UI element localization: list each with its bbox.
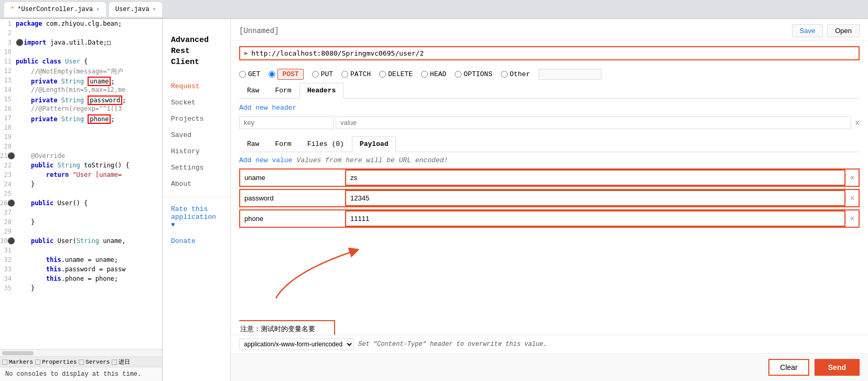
payload-val-password[interactable] xyxy=(345,190,845,206)
add-value-link[interactable]: Add new value xyxy=(239,156,292,164)
tab-label-user: User.java xyxy=(115,6,149,13)
nav-divider xyxy=(163,196,230,197)
editor-tab-user[interactable]: User.java × xyxy=(109,2,162,17)
code-line: 12 //@NotEmpty(message="用户 xyxy=(0,67,162,77)
code-line: 1package com.zhiyou.clg.bean; xyxy=(0,20,162,29)
code-line: 29 xyxy=(0,228,162,237)
clear-button[interactable]: Clear xyxy=(768,359,809,376)
nav-socket[interactable]: Socket xyxy=(163,94,230,111)
code-content[interactable]: 1package com.zhiyou.clg.bean; 2 3⚫import… xyxy=(0,19,162,349)
code-line: 22 public String toString() { xyxy=(0,162,162,171)
servers-tab[interactable]: Servers xyxy=(79,358,110,366)
app-title: Advanced Rest Client xyxy=(163,29,230,78)
tab-form-bottom[interactable]: Form xyxy=(267,136,299,152)
properties-tab[interactable]: Properties xyxy=(35,358,77,366)
annotation-text1: 注意：测试时的变量名要 xyxy=(240,324,329,335)
editor-bottom-tabs: Markers Properties Servers 进日 xyxy=(0,356,162,367)
tab-form[interactable]: Form xyxy=(267,83,299,98)
payload-key-password[interactable] xyxy=(240,191,345,205)
tab-raw[interactable]: Raw xyxy=(239,83,267,98)
code-line: 27 xyxy=(0,209,162,218)
method-head[interactable]: HEAD xyxy=(421,70,446,78)
method-get[interactable]: GET xyxy=(239,70,260,78)
headers-section: Add new header x xyxy=(239,99,860,136)
send-button[interactable]: Send xyxy=(815,359,860,376)
tab-files[interactable]: Files (0) xyxy=(299,136,352,152)
rest-header-buttons: Save Open xyxy=(792,24,860,37)
payload-row-uname: x xyxy=(239,168,860,187)
code-line: 3⚫import java.util.Date;□ xyxy=(0,39,162,48)
code-line: 18 xyxy=(0,124,162,133)
nav-about[interactable]: About xyxy=(163,176,230,192)
payload-remove-password-icon[interactable]: x xyxy=(845,194,859,202)
tab-close-user-icon[interactable]: × xyxy=(153,6,156,13)
payload-tab-bar: Raw Form Files (0) Payload xyxy=(239,136,860,152)
sidebar-navigation: Advanced Rest Client Request Socket Proj… xyxy=(163,19,231,381)
save-button[interactable]: Save xyxy=(792,24,823,37)
log-tab[interactable]: 进日 xyxy=(112,358,130,366)
annotation-box: 注意：测试时的变量名要 与实体类中定义的属性名一致 xyxy=(239,320,335,335)
markers-tab[interactable]: Markers xyxy=(2,358,33,366)
tab-close-icon[interactable]: × xyxy=(96,6,100,13)
nav-settings[interactable]: Settings xyxy=(163,160,230,176)
code-line: 30⚫ public User(String uname, xyxy=(0,237,162,247)
code-editor: 1package com.zhiyou.clg.bean; 2 3⚫import… xyxy=(0,19,163,381)
code-line: 11public class User { xyxy=(0,58,162,67)
rest-client-header: [Unnamed] Save Open xyxy=(231,19,868,41)
url-encoded-note: Values from here will be URL encoded! xyxy=(296,156,448,164)
method-options[interactable]: OPTIONS xyxy=(455,70,492,78)
other-method-input[interactable] xyxy=(539,69,602,80)
method-patch[interactable]: PATCH xyxy=(341,70,371,78)
method-delete[interactable]: DELETE xyxy=(379,70,413,78)
method-put[interactable]: PUT xyxy=(312,70,333,78)
payload-remove-uname-icon[interactable]: x xyxy=(845,174,859,182)
add-value-row: Add new value Values from here will be U… xyxy=(239,156,860,164)
nav-rate[interactable]: Rate this application ♥ xyxy=(163,201,230,233)
nav-saved[interactable]: Saved xyxy=(163,127,230,143)
code-line: 31 xyxy=(0,247,162,256)
tab-headers[interactable]: Headers xyxy=(299,83,344,99)
nav-projects[interactable]: Projects xyxy=(163,111,230,127)
payload-val-uname[interactable] xyxy=(345,170,845,186)
code-line: 21⚫ @Override xyxy=(0,152,162,162)
payload-key-phone[interactable] xyxy=(240,211,345,226)
code-line: 17 private String phone; xyxy=(0,114,162,124)
add-new-header-link[interactable]: Add new header xyxy=(239,104,296,112)
code-line: 14 //@Length(min=5,max=12,me xyxy=(0,86,162,96)
payload-remove-phone-icon[interactable]: x xyxy=(845,215,859,223)
method-post[interactable]: POST xyxy=(269,69,303,80)
header-key-input[interactable] xyxy=(239,116,334,129)
code-line: 13 private String uname; xyxy=(0,77,162,86)
code-line: 35 } xyxy=(0,284,162,294)
browser-tab-bar: * *UserController.java × User.java × xyxy=(0,0,868,19)
bottom-action-row: Clear Send xyxy=(231,353,868,381)
nav-donate[interactable]: Donate xyxy=(163,233,230,249)
code-line: 34 this.phone = phone; xyxy=(0,275,162,284)
url-bar[interactable]: ▶ xyxy=(239,46,860,60)
nav-history[interactable]: History xyxy=(163,143,230,160)
code-line: 10 xyxy=(0,48,162,58)
code-line: 19 xyxy=(0,133,162,143)
content-type-select[interactable]: application/x-www-form-urlencoded xyxy=(239,338,354,350)
payload-row-password: x xyxy=(239,189,860,207)
open-button[interactable]: Open xyxy=(827,24,860,37)
payload-row-phone: x xyxy=(239,209,860,228)
code-line: 32 this.uname = uname; xyxy=(0,256,162,266)
payload-key-uname[interactable] xyxy=(240,171,345,185)
code-line: 26⚫ public User() { xyxy=(0,199,162,209)
header-value-input[interactable] xyxy=(336,116,851,129)
header-remove-icon[interactable]: x xyxy=(855,119,860,127)
code-line: 25 xyxy=(0,190,162,199)
content-type-note: Set "Content-Type" header to overwrite t… xyxy=(358,341,547,348)
request-tab-bar: Raw Form Headers xyxy=(239,83,860,99)
url-input[interactable] xyxy=(251,49,854,57)
tab-raw-bottom[interactable]: Raw xyxy=(239,136,267,152)
method-other[interactable]: Other xyxy=(501,70,530,78)
console-status: No consoles to display at this time. xyxy=(0,367,162,381)
tab-payload[interactable]: Payload xyxy=(352,136,397,152)
url-arrow-icon: ▶ xyxy=(244,49,248,57)
nav-request[interactable]: Request xyxy=(163,78,230,94)
editor-tab-usercontroller[interactable]: * *UserController.java × xyxy=(4,2,106,17)
code-line: 33 this.password = passw xyxy=(0,266,162,275)
payload-val-phone[interactable] xyxy=(345,210,845,227)
